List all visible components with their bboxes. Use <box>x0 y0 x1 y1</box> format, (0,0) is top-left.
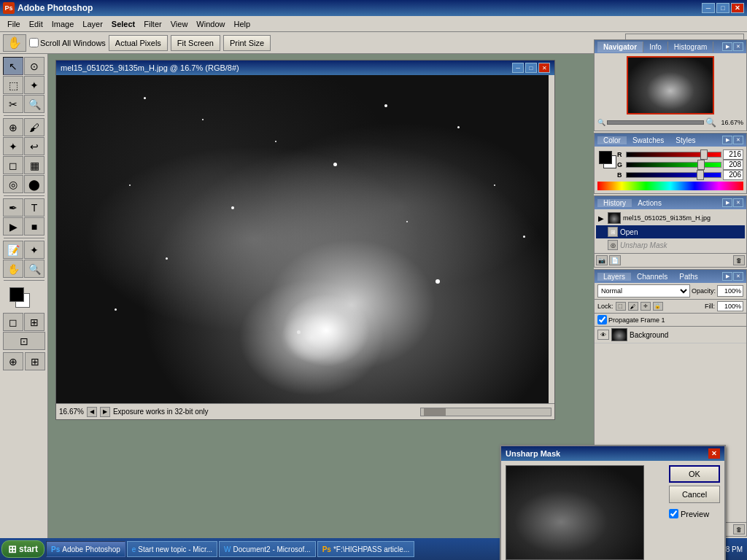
propagate-checkbox[interactable] <box>597 315 607 324</box>
extra-tool-1[interactable]: ⊕ <box>3 352 23 370</box>
layer-visibility-btn[interactable]: 👁 <box>597 330 609 340</box>
eraser-tool[interactable]: ◻ <box>3 156 23 174</box>
r-slider[interactable] <box>626 152 721 158</box>
type-tool[interactable]: T <box>24 198 44 217</box>
color-spectrum-bar[interactable] <box>597 182 743 190</box>
dialog-preview-canvas[interactable] <box>506 465 644 560</box>
b-slider[interactable] <box>626 172 721 178</box>
pen-tool[interactable]: ✒ <box>3 198 23 217</box>
nav-zoom-out-icon[interactable]: 🔍 <box>597 119 605 126</box>
taskbar-word[interactable]: W Document2 - Microsof... <box>219 541 316 557</box>
scroll-all-checkbox[interactable]: Scroll All Windows <box>29 38 106 47</box>
blend-mode-select[interactable]: Normal <box>597 284 690 298</box>
g-slider[interactable] <box>626 162 721 168</box>
image-maximize-button[interactable]: □ <box>525 63 537 73</box>
paths-tab-btn[interactable]: Paths <box>673 273 704 281</box>
styles-tab-btn[interactable]: Styles <box>670 136 701 144</box>
layers-menu-btn[interactable]: ▶ <box>722 272 732 281</box>
history-unsharp-item[interactable]: ◎ Unsharp Mask <box>596 238 745 252</box>
opacity-value[interactable]: 100% <box>717 285 743 297</box>
menu-edit[interactable]: Edit <box>25 18 47 30</box>
dodge-tool[interactable]: ⬤ <box>24 175 44 193</box>
history-tab-btn[interactable]: History <box>597 199 632 207</box>
fg-color-box[interactable] <box>599 151 612 164</box>
zoom-tool[interactable]: 🔍 <box>24 260 44 278</box>
swatches-tab-btn[interactable]: Swatches <box>627 136 670 144</box>
dialog-close-btn[interactable]: ✕ <box>708 448 720 459</box>
dialog-cancel-btn[interactable]: Cancel <box>669 486 720 503</box>
brush-tool[interactable]: 🖌 <box>24 118 44 136</box>
navigator-tab[interactable]: Navigator <box>597 42 643 52</box>
maximize-button[interactable]: □ <box>716 3 729 13</box>
lock-all-btn[interactable]: 🔒 <box>653 302 663 311</box>
status-nav-left[interactable]: ◀ <box>87 407 97 417</box>
fg-color-swatch[interactable] <box>9 287 24 302</box>
quick-select-tool[interactable]: ✦ <box>24 76 44 94</box>
actual-pixels-button[interactable]: Actual Pixels <box>109 35 168 51</box>
eyedropper-tool[interactable]: 🔍 <box>24 95 44 113</box>
quick-mask[interactable]: ⊞ <box>24 313 44 331</box>
menu-help[interactable]: Help <box>229 18 255 30</box>
minimize-button[interactable]: ─ <box>702 3 715 13</box>
lock-move-btn[interactable]: ✛ <box>640 302 651 311</box>
color-swatches[interactable] <box>8 286 40 312</box>
image-minimize-button[interactable]: ─ <box>512 63 524 73</box>
histogram-tab[interactable]: Histogram <box>668 42 714 52</box>
menu-image[interactable]: Image <box>47 18 79 30</box>
channels-tab-btn[interactable]: Channels <box>631 273 673 281</box>
close-button[interactable]: ✕ <box>731 3 744 13</box>
info-tab[interactable]: Info <box>643 42 668 52</box>
move-tool[interactable]: ↖ <box>3 57 23 75</box>
horizontal-scrollbar[interactable] <box>420 408 551 416</box>
scroll-all-check[interactable] <box>29 38 39 47</box>
menu-view[interactable]: View <box>166 18 193 30</box>
shape-tool[interactable]: ■ <box>24 217 44 236</box>
history-open-item[interactable]: ⊞ Open <box>596 225 745 238</box>
color-tab-btn[interactable]: Color <box>597 136 627 144</box>
color-menu-btn[interactable]: ▶ <box>722 136 732 144</box>
history-snapshot-btn[interactable]: 📷 <box>596 255 608 265</box>
standard-mode[interactable]: ◻ <box>3 313 23 331</box>
history-new-doc-btn[interactable]: 📄 <box>609 255 621 265</box>
clone-tool[interactable]: ✦ <box>3 137 23 155</box>
taskbar-ie[interactable]: e Start new topic - Micr... <box>127 541 217 557</box>
gradient-tool[interactable]: ▦ <box>24 156 44 174</box>
start-button[interactable]: ⊞ start <box>1 540 44 558</box>
notes-tool[interactable]: 📝 <box>3 241 23 259</box>
crop-tool[interactable]: ✂ <box>3 95 23 113</box>
actions-tab-btn[interactable]: Actions <box>632 199 667 207</box>
hand-tool-selector[interactable]: ✋ <box>3 34 26 52</box>
lasso-tool[interactable]: ⊙ <box>24 57 44 75</box>
extra-tool-2[interactable]: ⊞ <box>25 352 45 370</box>
nav-zoom-slider[interactable] <box>607 120 704 125</box>
history-menu-btn[interactable]: ▶ <box>722 198 732 207</box>
menu-filter[interactable]: Filter <box>139 18 166 30</box>
lock-transparent-btn[interactable]: ⬚ <box>616 302 626 311</box>
fit-screen-button[interactable]: Fit Screen <box>171 35 220 51</box>
dialog-ok-btn[interactable]: OK <box>669 465 720 483</box>
history-delete-btn[interactable]: 🗑 <box>733 255 745 265</box>
taskbar-ps2[interactable]: Ps *F:\HIGHPASS article... <box>317 541 415 557</box>
layer-delete-btn[interactable]: 🗑 <box>733 524 745 534</box>
hand-tool[interactable]: ✋ <box>3 260 23 278</box>
taskbar-photoshop[interactable]: Ps Adobe Photoshop <box>46 541 125 557</box>
image-close-button[interactable]: ✕ <box>538 63 550 73</box>
fill-value[interactable]: 100% <box>717 301 743 311</box>
path-select-tool[interactable]: ▶ <box>3 217 23 236</box>
menu-layer[interactable]: Layer <box>78 18 107 30</box>
history-close-btn[interactable]: ✕ <box>733 198 743 207</box>
menu-select[interactable]: Select <box>107 18 139 30</box>
history-brush-tool[interactable]: ↩ <box>24 137 44 155</box>
print-size-button[interactable]: Print Size <box>223 35 271 51</box>
spot-heal-tool[interactable]: ⊕ <box>3 118 23 136</box>
layer-row-background[interactable]: 👁 Background <box>595 327 746 343</box>
color-close-btn[interactable]: ✕ <box>733 136 743 144</box>
navigator-close-btn[interactable]: ✕ <box>733 42 743 51</box>
layers-tab-btn[interactable]: Layers <box>597 273 631 281</box>
image-canvas[interactable] <box>56 75 549 403</box>
marquee-tool[interactable]: ⬚ <box>3 76 23 94</box>
dialog-preview-checkbox[interactable] <box>669 509 678 518</box>
layers-close-btn[interactable]: ✕ <box>733 272 743 281</box>
eyedropper2-tool[interactable]: ✦ <box>24 241 44 259</box>
status-nav-right[interactable]: ▶ <box>100 407 110 417</box>
